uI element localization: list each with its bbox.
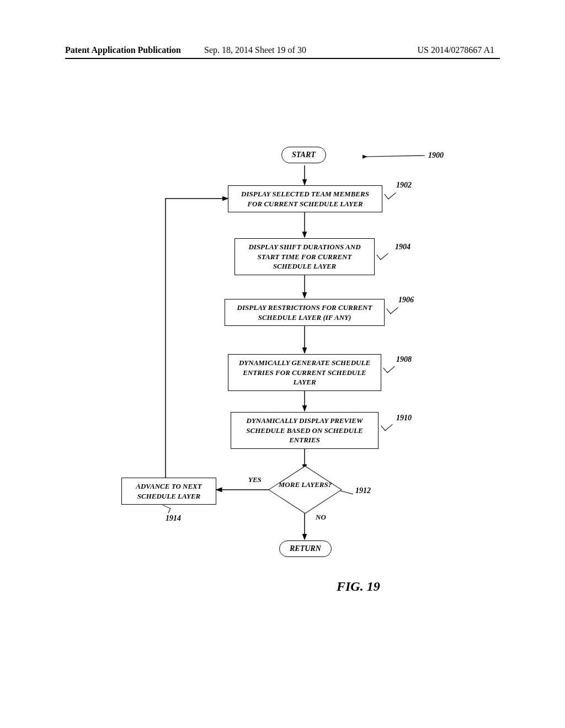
process-1906: DISPLAY RESTRICTIONS FOR CURRENT SCHEDUL… xyxy=(225,299,385,326)
figure-label: FIG. 19 xyxy=(337,579,380,594)
header-center: Sep. 18, 2014 Sheet 19 of 30 xyxy=(204,45,306,55)
header-left: Patent Application Publication xyxy=(65,45,181,55)
header-right: US 2014/0278667 A1 xyxy=(417,45,494,55)
edge-yes: YES xyxy=(248,475,262,484)
ref-1910: 1910 xyxy=(396,414,412,422)
process-1902-label: DISPLAY SELECTED TEAM MEMBERS FOR CURREN… xyxy=(241,190,369,208)
process-1904: DISPLAY SHIFT DURATIONS AND START TIME F… xyxy=(234,238,375,275)
ref-tick-1902 xyxy=(384,188,396,200)
page-header: Patent Application Publication Sep. 18, … xyxy=(0,45,565,55)
ref-1904: 1904 xyxy=(395,243,411,251)
ref-1914: 1914 xyxy=(166,514,181,523)
ref-1900: 1900 xyxy=(428,151,444,160)
ref-tick-1910 xyxy=(381,420,393,431)
process-1908-label: DYNAMICALLY GENERATE SCHEDULE ENTRIES FO… xyxy=(239,358,370,386)
ref-1912: 1912 xyxy=(355,486,371,495)
svg-line-0 xyxy=(367,156,425,157)
ref-tick-1914 xyxy=(161,505,171,513)
terminal-return-label: RETURN xyxy=(290,544,321,553)
ref-tick-1908 xyxy=(383,362,395,373)
decision-1912-label: MORE LAYERS? xyxy=(275,480,335,489)
terminal-start: START xyxy=(281,147,326,163)
ref-tick-1906 xyxy=(386,303,398,314)
process-1914: ADVANCE TO NEXT SCHEDULE LAYER xyxy=(121,478,216,505)
terminal-start-label: START xyxy=(292,151,316,159)
process-1910-label: DYNAMICALLY DISPLAY PREVIEW SCHEDULE BAS… xyxy=(246,416,363,444)
header-rule xyxy=(65,58,500,59)
decision-1912-shape xyxy=(268,466,342,514)
process-1914-label: ADVANCE TO NEXT SCHEDULE LAYER xyxy=(136,482,201,500)
decision-1912: MORE LAYERS? xyxy=(275,470,335,509)
ref-tick-1904 xyxy=(376,249,388,260)
process-1902: DISPLAY SELECTED TEAM MEMBERS FOR CURREN… xyxy=(228,185,382,212)
edge-no: NO xyxy=(316,513,326,522)
ref-1902: 1902 xyxy=(396,181,412,190)
process-1908: DYNAMICALLY GENERATE SCHEDULE ENTRIES FO… xyxy=(228,354,381,391)
process-1904-label: DISPLAY SHIFT DURATIONS AND START TIME F… xyxy=(248,243,360,270)
terminal-return: RETURN xyxy=(279,540,332,557)
process-1906-label: DISPLAY RESTRICTIONS FOR CURRENT SCHEDUL… xyxy=(237,303,372,322)
process-1910: DYNAMICALLY DISPLAY PREVIEW SCHEDULE BAS… xyxy=(231,412,379,449)
ref-1906: 1906 xyxy=(398,296,414,304)
ref-1908: 1908 xyxy=(396,355,412,364)
